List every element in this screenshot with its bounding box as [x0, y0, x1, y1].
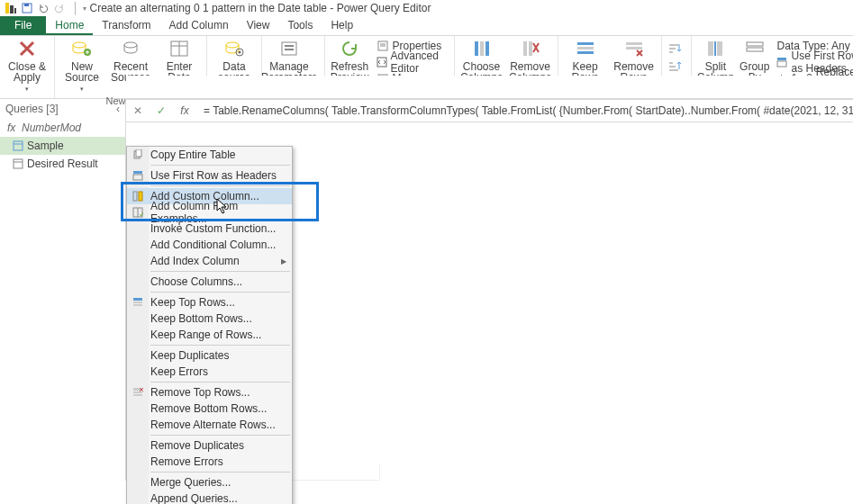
svg-rect-58 — [133, 171, 142, 174]
examples-icon — [131, 205, 145, 220]
cm-keep-top-rows[interactable]: Keep Top Rows... — [127, 294, 292, 310]
save-icon[interactable] — [20, 1, 34, 15]
qat-customize-icon[interactable]: ▾ — [83, 4, 86, 13]
undo-icon[interactable] — [36, 1, 50, 15]
formula-bar — [126, 76, 853, 99]
cm-add-column-from-examples[interactable]: Add Column From Examples... — [127, 204, 292, 220]
cm-remove-bottom-rows[interactable]: Remove Bottom Rows... — [127, 400, 292, 417]
svg-rect-69 — [133, 394, 142, 396]
svg-point-13 — [239, 51, 241, 54]
tab-view[interactable]: View — [238, 16, 279, 35]
query-desired-result[interactable]: Desired Result — [0, 155, 125, 173]
qat-separator: │ — [72, 2, 79, 14]
cm-choose-columns[interactable]: Choose Columns... — [127, 274, 292, 290]
sort-desc-icon[interactable] — [667, 59, 682, 72]
cm-invoke-custom-function[interactable]: Invoke Custom Function... — [127, 220, 292, 237]
svg-rect-15 — [285, 45, 294, 47]
svg-rect-68 — [133, 392, 142, 393]
svg-rect-66 — [133, 304, 142, 306]
svg-rect-38 — [777, 58, 786, 60]
cm-keep-bottom-rows[interactable]: Keep Bottom Rows... — [127, 310, 292, 327]
svg-rect-28 — [577, 42, 594, 45]
redo-icon[interactable] — [52, 1, 67, 15]
cm-remove-errors[interactable]: Remove Errors — [127, 454, 292, 470]
formula-bar: ✕ ✓ fx = Table.RenameColumns( Table.Tran… — [126, 99, 853, 122]
cm-remove-top-rows[interactable]: Remove Top Rows... — [127, 384, 292, 400]
close-apply-button[interactable]: Close & Apply▾ — [5, 38, 49, 94]
headers-icon — [131, 168, 145, 183]
svg-rect-29 — [577, 47, 594, 50]
svg-rect-26 — [523, 41, 527, 56]
cm-merge-queries[interactable]: Merge Queries... — [127, 474, 292, 490]
cm-use-first-row-headers[interactable]: Use First Row as Headers — [127, 167, 292, 184]
svg-rect-0 — [5, 3, 9, 14]
cancel-formula-icon[interactable]: ✕ — [126, 99, 150, 122]
new-source-button[interactable]: New Source▾ — [60, 38, 104, 94]
svg-rect-39 — [777, 61, 786, 67]
svg-rect-23 — [475, 41, 478, 56]
svg-rect-2 — [14, 8, 16, 14]
query-function-numbermod[interactable]: fx NumberMod — [0, 119, 125, 137]
app-icon — [4, 1, 18, 15]
cm-keep-range-rows[interactable]: Keep Range of Rows... — [127, 327, 292, 343]
queries-header: Queries [3]‹ — [0, 99, 125, 119]
keep-top-icon — [131, 295, 145, 310]
svg-point-11 — [226, 42, 239, 48]
svg-rect-65 — [133, 302, 142, 303]
tab-transform[interactable]: Transform — [93, 16, 159, 35]
query-sample[interactable]: Sample — [0, 137, 125, 155]
svg-rect-64 — [133, 298, 142, 301]
svg-rect-24 — [480, 41, 484, 56]
tab-help[interactable]: Help — [322, 16, 362, 35]
cm-keep-duplicates[interactable]: Keep Duplicates — [127, 347, 292, 364]
tab-add-column[interactable]: Add Column — [160, 16, 238, 35]
collapse-queries-icon[interactable]: ‹ — [116, 103, 120, 115]
window-title: Create an alternating 0 1 pattern in the… — [90, 2, 431, 14]
svg-rect-36 — [747, 42, 763, 46]
svg-rect-32 — [626, 47, 642, 50]
svg-rect-57 — [136, 149, 141, 157]
accept-formula-icon[interactable]: ✓ — [150, 99, 173, 122]
svg-rect-34 — [717, 41, 722, 56]
custom-column-icon — [131, 189, 145, 203]
svg-rect-25 — [485, 41, 489, 56]
svg-rect-61 — [139, 192, 142, 201]
formula-text[interactable]: = Table.RenameColumns( Table.TransformCo… — [196, 104, 853, 117]
tab-file[interactable]: File — [0, 16, 46, 35]
copy-icon — [131, 148, 145, 162]
cm-add-index-column[interactable]: Add Index Column▶ — [127, 253, 292, 269]
remove-top-icon — [131, 385, 145, 400]
svg-point-7 — [124, 42, 137, 48]
queries-pane: Queries [3]‹ fx NumberMod Sample Desired… — [0, 99, 126, 481]
tab-tools[interactable]: Tools — [278, 16, 322, 35]
svg-point-5 — [73, 42, 86, 48]
cm-keep-errors[interactable]: Keep Errors — [127, 364, 292, 380]
svg-rect-59 — [133, 175, 142, 180]
svg-rect-60 — [133, 192, 137, 201]
svg-rect-27 — [529, 41, 532, 56]
svg-rect-1 — [10, 5, 14, 14]
cm-remove-duplicates[interactable]: Remove Duplicates — [127, 437, 292, 454]
svg-rect-30 — [577, 51, 594, 54]
context-menu: Copy Entire Table Use First Row as Heade… — [126, 146, 293, 504]
svg-rect-50 — [14, 159, 23, 168]
title-bar: │ ▾ Create an alternating 0 1 pattern in… — [0, 0, 853, 16]
advanced-editor-button[interactable]: Advanced Editor — [375, 54, 449, 69]
tab-home[interactable]: Home — [46, 16, 93, 35]
cm-add-conditional-column[interactable]: Add Conditional Column... — [127, 237, 292, 253]
fx-icon[interactable]: fx — [173, 99, 196, 122]
svg-rect-48 — [14, 141, 23, 150]
submenu-arrow-icon: ▶ — [281, 257, 286, 266]
sort-asc-icon[interactable] — [667, 41, 682, 54]
svg-rect-33 — [708, 41, 713, 56]
cm-copy-entire-table[interactable]: Copy Entire Table — [127, 147, 292, 163]
cm-append-queries[interactable]: Append Queries... — [127, 490, 292, 504]
svg-rect-31 — [626, 42, 642, 45]
cm-remove-alternate-rows[interactable]: Remove Alternate Rows... — [127, 417, 292, 433]
svg-rect-4 — [24, 4, 29, 6]
menu-bar: File Home Transform Add Column View Tool… — [0, 16, 853, 36]
svg-rect-16 — [285, 49, 294, 50]
svg-rect-37 — [747, 48, 763, 51]
